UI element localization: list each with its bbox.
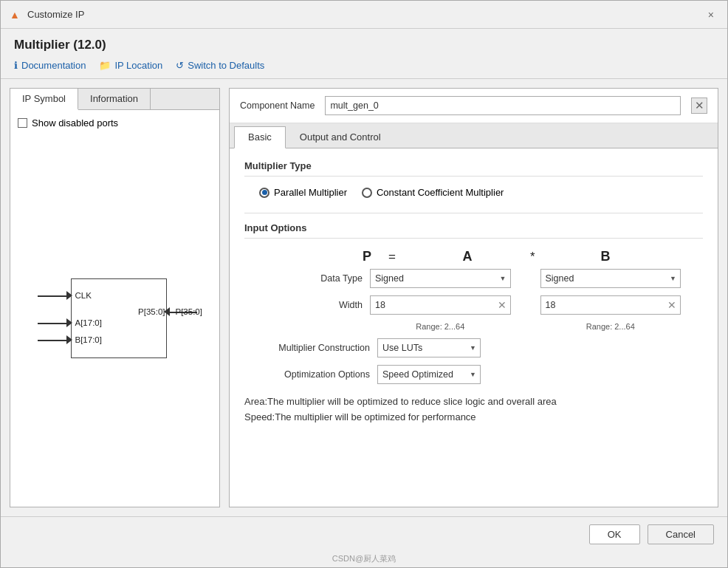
multiplier-construction-select-wrapper: Use LUTs Use DSPs <box>377 338 481 357</box>
col-eq-label: = <box>388 250 405 264</box>
multiplier-construction-row: Multiplier Construction Use LUTs Use DSP… <box>244 338 703 357</box>
clk-wire <box>38 295 70 297</box>
data-type-b-wrapper: Signed Unsigned <box>540 269 681 288</box>
info-line-1: Area:The multiplier will be optimized to… <box>244 394 703 410</box>
tab-information[interactable]: Information <box>78 89 151 109</box>
page-title: Multiplier (12.0) <box>14 38 714 52</box>
show-disabled-ports-label: Show disabled ports <box>32 117 118 129</box>
title-bar: ▲ Customize IP × <box>1 1 727 29</box>
width-a-clear[interactable]: ✕ <box>498 299 506 311</box>
width-b-wrapper: ✕ <box>540 295 681 315</box>
folder-icon: 📁 <box>99 60 111 71</box>
header: Multiplier (12.0) ℹ Documentation 📁 IP L… <box>1 29 727 79</box>
watermark: CSDN@厨人菜鸡 <box>1 552 727 567</box>
bottom-bar: OK Cancel <box>1 516 727 552</box>
width-a-wrapper: ✕ <box>370 295 511 315</box>
show-disabled-ports-checkbox[interactable] <box>18 118 27 128</box>
input-options-title: Input Options <box>244 222 703 239</box>
p-label-inside: P[35:0] <box>138 307 165 316</box>
left-panel: IP Symbol Information Show disabled port… <box>10 88 220 507</box>
col-b-label: B <box>554 249 657 264</box>
data-type-label: Data Type <box>244 273 363 284</box>
tab-output-and-control[interactable]: Output and Control <box>286 126 395 148</box>
data-type-row: Data Type Signed Unsigned Signed Unsign <box>244 269 703 288</box>
multiplier-type-radio-group: Parallel Multiplier Constant Coefficient… <box>244 187 703 198</box>
header-links: ℹ Documentation 📁 IP Location ↺ Switch t… <box>14 60 714 71</box>
constant-coeff-label: Constant Coefficient Multiplier <box>377 187 504 198</box>
tab-content-basic: Multiplier Type Parallel Multiplier Cons… <box>230 148 718 507</box>
constant-coeff-option[interactable]: Constant Coefficient Multiplier <box>362 187 504 198</box>
clk-arrow <box>66 291 72 300</box>
constant-coeff-radio[interactable] <box>362 188 372 198</box>
clk-label: CLK <box>75 291 92 300</box>
switch-defaults-link[interactable]: ↺ Switch to Defaults <box>176 60 264 71</box>
data-type-a-select[interactable]: Signed Unsigned <box>370 269 511 288</box>
width-row: Width ✕ ✕ <box>244 295 703 315</box>
ok-button[interactable]: OK <box>589 524 640 544</box>
main-content: IP Symbol Information Show disabled port… <box>1 79 727 516</box>
ip-symbol-area: CLK A[17:0] B[17:0] P[35:0] P[35:0] <box>18 139 212 499</box>
tab-ip-symbol[interactable]: IP Symbol <box>10 89 78 110</box>
optimization-options-select[interactable]: Speed Optimized Area Optimized <box>377 365 481 384</box>
width-label: Width <box>244 300 363 310</box>
multiplier-type-section: Multiplier Type Parallel Multiplier Cons… <box>244 160 703 198</box>
multiplier-construction-select[interactable]: Use LUTs Use DSPs <box>377 338 481 357</box>
close-button[interactable]: × <box>704 7 718 22</box>
customize-ip-window: ▲ Customize IP × Multiplier (12.0) ℹ Doc… <box>0 0 728 568</box>
b-label: B[17:0] <box>75 335 102 344</box>
component-name-clear-button[interactable]: ✕ <box>691 97 707 114</box>
range-row: Range: 2...64 Range: 2...64 <box>244 322 703 331</box>
left-tab-bar: IP Symbol Information <box>10 89 219 110</box>
app-icon: ▲ <box>10 9 21 21</box>
input-options-section: Input Options P = A * B Data Type <box>244 222 703 331</box>
col-a-label: A <box>412 249 523 264</box>
col-star-label: * <box>530 250 546 264</box>
info-text: Area:The multiplier will be optimized to… <box>244 394 703 425</box>
data-type-a-wrapper: Signed Unsigned <box>370 269 511 288</box>
info-line-2: Speed:The multiplier will be optimized f… <box>244 410 703 425</box>
right-tab-bar: Basic Output and Control <box>230 123 718 148</box>
component-name-label: Component Name <box>240 100 315 111</box>
width-b-clear[interactable]: ✕ <box>667 299 676 311</box>
left-body: Show disabled ports <box>10 110 219 507</box>
ip-symbol: CLK A[17:0] B[17:0] P[35:0] P[35:0] <box>34 275 196 363</box>
switch-defaults-label: Switch to Defaults <box>188 60 264 71</box>
parallel-multiplier-label: Parallel Multiplier <box>274 187 347 198</box>
range-a-text: Range: 2...64 <box>370 322 511 331</box>
ip-location-label: IP Location <box>114 60 162 71</box>
optimization-options-row: Optimization Options Speed Optimized Are… <box>244 365 703 384</box>
multiplier-construction-label: Multiplier Construction <box>244 343 370 353</box>
component-name-input[interactable] <box>325 96 681 115</box>
width-a-input[interactable] <box>370 295 511 315</box>
col-p-label: P <box>363 249 381 264</box>
a-wire <box>38 323 70 324</box>
info-icon: ℹ <box>14 60 18 71</box>
range-b-text: Range: 2...64 <box>540 322 681 331</box>
section-divider-1 <box>244 213 703 213</box>
documentation-label: Documentation <box>21 60 86 71</box>
ip-location-link[interactable]: 📁 IP Location <box>99 60 162 71</box>
b-wire <box>38 340 70 341</box>
data-type-b-select[interactable]: Signed Unsigned <box>540 269 681 288</box>
parallel-multiplier-radio[interactable] <box>259 188 269 198</box>
optimization-options-select-wrapper: Speed Optimized Area Optimized <box>377 365 481 384</box>
a-label: A[17:0] <box>75 318 102 327</box>
documentation-link[interactable]: ℹ Documentation <box>14 60 86 71</box>
a-arrow <box>66 318 72 327</box>
parallel-multiplier-option[interactable]: Parallel Multiplier <box>259 187 347 198</box>
window-title: Customize IP <box>27 9 704 20</box>
cancel-button[interactable]: Cancel <box>648 524 714 544</box>
p-label-outside: P[35:0] <box>176 307 202 316</box>
equation-headers: P = A * B <box>363 249 703 264</box>
tab-basic[interactable]: Basic <box>234 126 286 148</box>
refresh-icon: ↺ <box>176 60 184 71</box>
show-ports-row: Show disabled ports <box>18 117 212 129</box>
width-b-input[interactable] <box>540 295 681 315</box>
multiplier-type-title: Multiplier Type <box>244 160 703 177</box>
b-arrow <box>66 335 72 344</box>
optimization-options-label: Optimization Options <box>244 369 370 380</box>
right-panel: Component Name ✕ Basic Output and Contro… <box>229 88 718 507</box>
component-name-row: Component Name ✕ <box>230 89 718 123</box>
